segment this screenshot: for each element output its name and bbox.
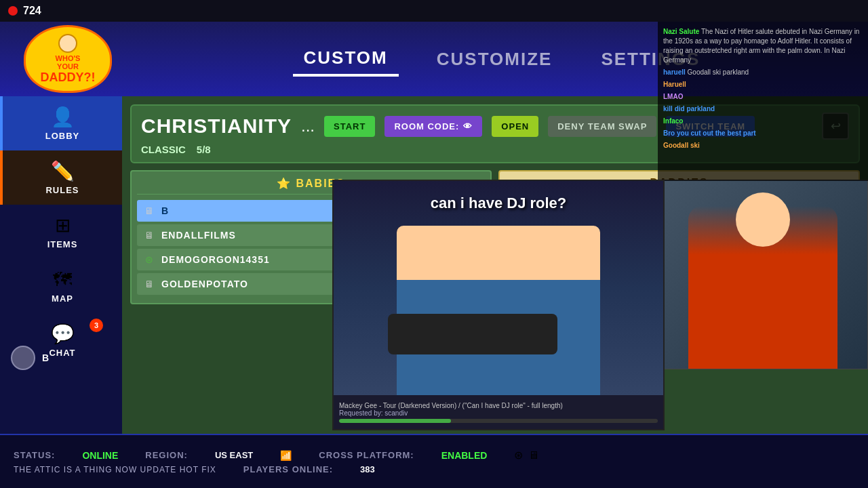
items-icon: ⊞ bbox=[55, 214, 71, 237]
user-area: B bbox=[0, 340, 122, 375]
open-button[interactable]: OPEN bbox=[492, 116, 538, 137]
logo-area: WHO'S YOUR DADDY?! bbox=[0, 22, 136, 96]
players-online-value: 383 bbox=[360, 464, 375, 474]
viewer-count: 724 bbox=[23, 5, 41, 17]
chat-message: Nazi Salute The Nazi of Hitler salute de… bbox=[663, 27, 863, 65]
sidebar-item-items[interactable]: ⊞ ITEMS bbox=[0, 205, 122, 259]
chat-text: Goodall ski parkland bbox=[688, 68, 749, 76]
start-button[interactable]: START bbox=[324, 116, 375, 137]
lobby-icon: 👤 bbox=[51, 106, 75, 128]
sidebar-label-lobby: LOBBY bbox=[45, 131, 80, 141]
chat-message: Goodall ski bbox=[663, 141, 863, 150]
chat-message: kill did parkland bbox=[663, 104, 863, 114]
player-name: ENDALLFILMS bbox=[161, 230, 236, 241]
live-indicator bbox=[8, 6, 18, 16]
pc-icon: 🖥 bbox=[142, 204, 156, 218]
wifi-icon: 📶 bbox=[280, 450, 292, 461]
map-icon: 🗺 bbox=[53, 268, 72, 291]
cross-platform-label: CROSS PLATFORM: bbox=[319, 450, 414, 460]
chat-username: kill did parkland bbox=[663, 105, 715, 113]
webcam-head bbox=[736, 192, 790, 247]
media-requester: Requested by: scandiv bbox=[339, 409, 408, 417]
tab-customize[interactable]: CUSTOMIZE bbox=[426, 43, 564, 75]
chat-message: Haruell bbox=[663, 80, 863, 89]
status-row-1: STATUS: ONLINE REGION: US EAST 📶 CROSS P… bbox=[14, 449, 854, 462]
status-label: STATUS: bbox=[14, 450, 55, 460]
room-count: 5/8 bbox=[197, 144, 211, 155]
logo-whos: WHO'S bbox=[56, 54, 81, 62]
media-image bbox=[334, 181, 663, 395]
user-name: B bbox=[42, 352, 49, 363]
room-code-button[interactable]: ROOM CODE: 👁 bbox=[384, 116, 482, 137]
chat-message: Infaco bbox=[663, 117, 863, 126]
chat-badge: 3 bbox=[90, 319, 103, 332]
chat-username: Haruell bbox=[663, 81, 686, 88]
twitch-bar: 724 bbox=[0, 0, 868, 22]
media-overlay: can i have DJ role? Mackey Gee - Tour (D… bbox=[332, 180, 665, 430]
sidebar-item-map[interactable]: 🗺 MAP bbox=[0, 259, 122, 313]
chat-username: Nazi Salute bbox=[663, 28, 699, 35]
status-value: ONLINE bbox=[82, 450, 118, 461]
webcam-person bbox=[688, 206, 837, 369]
cross-platform-value: ENABLED bbox=[441, 450, 488, 461]
chat-username: LMAO bbox=[663, 93, 683, 100]
xbox-icon: ⊛ bbox=[142, 253, 156, 266]
player-name: B bbox=[161, 205, 169, 216]
game-logo: WHO'S YOUR DADDY?! bbox=[24, 25, 112, 93]
chat-overlay: Nazi Salute The Nazi of Hitler salute de… bbox=[658, 22, 868, 181]
pc-platform-icon: 🖥 bbox=[528, 449, 539, 462]
chat-message: LMAO bbox=[663, 92, 863, 102]
platform-icons: ⊛ 🖥 bbox=[514, 449, 539, 462]
xbox-platform-icon: ⊛ bbox=[514, 449, 523, 462]
room-name: CHRISTIANITY bbox=[141, 115, 292, 138]
eye-icon: 👁 bbox=[463, 121, 473, 131]
players-online-label: PLAYERS ONLINE: bbox=[243, 464, 333, 474]
chat-message: haruell Goodall ski parkland bbox=[663, 68, 863, 77]
media-title: Mackey Gee - Tour (Darkened Version) / (… bbox=[339, 402, 658, 409]
pc-icon: 🖥 bbox=[142, 277, 156, 291]
tab-custom[interactable]: CUSTOM bbox=[293, 42, 399, 77]
chat-username: Bro you cut out the best part bbox=[663, 129, 756, 137]
update-text: THE ATTIC IS A THING NOW UPDATE HOT FIX bbox=[14, 465, 216, 474]
room-mode: CLASSIC bbox=[141, 144, 186, 155]
media-progress bbox=[339, 419, 658, 423]
logo-daddy: DADDY?! bbox=[41, 70, 96, 85]
webcam-content bbox=[658, 180, 867, 369]
room-code-label: ROOM CODE: bbox=[394, 121, 459, 131]
rules-icon: ✏️ bbox=[51, 160, 75, 182]
media-progress-bar bbox=[339, 419, 451, 423]
player-name: DEMOGORGON14351 bbox=[161, 254, 270, 265]
player-name: GOLDENPOTATO bbox=[161, 279, 248, 289]
sidebar: 👤 LOBBY ✏️ RULES ⊞ ITEMS 🗺 MAP 3 💬 CHAT … bbox=[0, 96, 122, 434]
status-bar: STATUS: ONLINE REGION: US EAST 📶 CROSS P… bbox=[0, 434, 868, 488]
media-caption: can i have DJ role? bbox=[334, 195, 663, 212]
pc-icon: 🖥 bbox=[142, 228, 156, 242]
user-avatar bbox=[11, 346, 35, 370]
sidebar-label-map: MAP bbox=[52, 293, 73, 304]
deny-team-swap-button[interactable]: DENY TEAM SWAP bbox=[548, 116, 656, 137]
region-label: REGION: bbox=[145, 450, 188, 460]
sidebar-label-items: ITEMS bbox=[47, 239, 78, 249]
chat-username: Infaco bbox=[663, 117, 683, 125]
region-value: US EAST bbox=[215, 450, 253, 460]
webcam-overlay bbox=[658, 180, 868, 369]
media-info: Mackey Gee - Tour (Darkened Version) / (… bbox=[334, 395, 663, 429]
chat-username: haruell bbox=[663, 68, 686, 76]
sidebar-item-rules[interactable]: ✏️ RULES bbox=[0, 150, 122, 205]
crown-icon: ⭐ bbox=[277, 178, 296, 189]
sidebar-item-lobby[interactable]: 👤 LOBBY bbox=[0, 96, 122, 150]
status-row-2: THE ATTIC IS A THING NOW UPDATE HOT FIX … bbox=[14, 464, 854, 474]
chat-username: Goodall ski bbox=[663, 142, 700, 149]
media-video: can i have DJ role? bbox=[334, 181, 663, 395]
sidebar-label-rules: RULES bbox=[45, 185, 79, 195]
logo-your: YOUR bbox=[57, 62, 79, 70]
chat-message: Bro you cut out the best part bbox=[663, 129, 863, 138]
room-dots: ... bbox=[301, 117, 315, 136]
logo-face bbox=[58, 34, 77, 53]
